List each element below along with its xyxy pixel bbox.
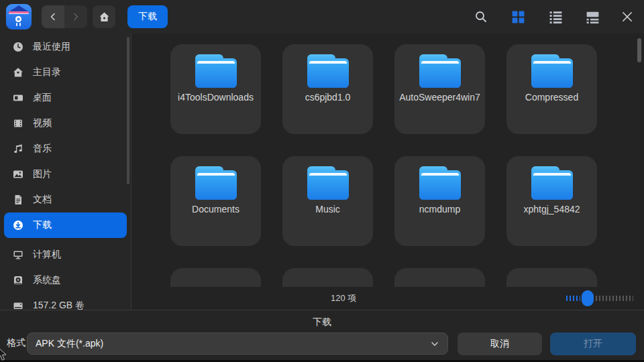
folder-icon (195, 54, 237, 88)
image-icon (13, 169, 23, 180)
close-button[interactable] (621, 10, 634, 23)
folder-tile[interactable]: xphtgj_54842 (506, 156, 597, 246)
file-grid-panel: i4ToolsDownloads cs6pjbd1.0 AutoSweeper4… (132, 34, 644, 287)
format-value: APK 文件(*.apk) (36, 338, 430, 350)
sidebar-item-label: 最近使用 (33, 41, 70, 53)
open-button[interactable]: 打开 (550, 333, 636, 355)
disk-icon (13, 275, 23, 286)
sidebar-item-pictures[interactable]: 图片 (4, 162, 127, 187)
sidebar-item-downloads[interactable]: 下载 (4, 213, 127, 238)
sidebar-item-desktop[interactable]: 桌面 (4, 85, 127, 111)
sidebar-item-recent[interactable]: 最近使用 (4, 34, 127, 60)
sidebar-item-label: 下载 (33, 219, 52, 231)
detail-view-button[interactable] (586, 10, 599, 23)
sidebar-item-computer[interactable]: 计算机 (4, 242, 127, 267)
status-bar: 120 项 (132, 287, 644, 310)
folder-tile[interactable]: i4ToolsDownloads (170, 44, 261, 134)
file-manager-app-icon (6, 4, 32, 29)
grid-view-button[interactable] (511, 10, 525, 23)
sidebar-item-home[interactable]: 主目录 (4, 60, 127, 85)
folder-tile[interactable]: Compressed (506, 44, 597, 134)
folder-icon (419, 166, 461, 200)
folder-icon (531, 166, 573, 200)
folder-tile-partial[interactable] (170, 268, 261, 287)
format-dropdown[interactable]: APK 文件(*.apk) (27, 333, 448, 355)
icon-size-slider[interactable] (566, 290, 633, 306)
sidebar-item-label: 计算机 (33, 249, 61, 261)
folder-tile-partial[interactable] (394, 268, 485, 287)
item-count: 120 项 (331, 292, 356, 304)
sidebar-item-label: 图片 (33, 168, 52, 180)
folder-name: Music (287, 204, 369, 216)
mouse-cursor (0, 347, 8, 361)
folder-icon (307, 166, 349, 200)
home-button[interactable] (93, 5, 115, 28)
folder-icon (307, 54, 349, 88)
folder-tile[interactable]: Documents (170, 156, 261, 246)
slider-ticks-inactive (596, 296, 633, 301)
slider-ticks-active (566, 296, 580, 301)
folder-icon (531, 54, 573, 88)
clock-icon (13, 42, 23, 52)
folder-name: xphtgj_54842 (511, 204, 593, 216)
back-icon (48, 12, 58, 21)
breadcrumb-current-folder[interactable]: 下载 (127, 5, 168, 28)
format-label: 格式 (7, 337, 25, 349)
folder-tile[interactable]: Music (282, 156, 373, 246)
folder-name: cs6pjbd1.0 (287, 92, 369, 104)
sidebar-item-label: 音乐 (33, 143, 52, 155)
navigation-group (42, 5, 87, 28)
list-view-button[interactable] (549, 10, 562, 23)
sidebar-item-label: 系统盘 (33, 274, 61, 286)
sidebar: 最近使用 主目录 桌面 视频 音乐 图片 (0, 34, 131, 310)
sidebar-item-label: 桌面 (33, 92, 52, 104)
volume-icon (13, 300, 23, 310)
forward-icon (71, 12, 80, 21)
file-grid-scrollbar[interactable] (637, 38, 641, 62)
folder-icon (419, 54, 461, 88)
desktop-icon (13, 93, 23, 103)
sidebar-item-documents[interactable]: 文档 (4, 187, 127, 213)
folder-name: ncmdump (399, 204, 481, 216)
sidebar-item-music[interactable]: 音乐 (4, 136, 127, 162)
close-icon (621, 11, 633, 23)
dialog-title: 下载 (0, 316, 644, 328)
sidebar-item-label: 157.2 GB 卷 (33, 300, 85, 310)
home-icon (13, 67, 23, 78)
document-icon (13, 194, 23, 205)
file-dialog-window: 下载 最近使用 主目录 (0, 0, 644, 362)
folder-tile[interactable]: cs6pjbd1.0 (282, 44, 373, 134)
folder-tile-partial[interactable] (506, 268, 597, 287)
cancel-button[interactable]: 取消 (458, 333, 542, 355)
folder-tile[interactable]: ncmdump (394, 156, 485, 246)
video-icon (13, 118, 23, 129)
folder-name: Documents (175, 204, 257, 216)
sidebar-item-videos[interactable]: 视频 (4, 111, 127, 136)
folder-name: AutoSweeper4win7 (399, 92, 481, 104)
folder-tile[interactable]: AutoSweeper4win7 (394, 44, 485, 134)
folder-tile-partial[interactable] (282, 268, 373, 287)
back-button[interactable] (42, 5, 64, 28)
dialog-footer: 下载 格式 APK 文件(*.apk) 取消 打开 (0, 310, 644, 360)
detail-view-icon (586, 11, 599, 23)
search-button[interactable] (474, 10, 488, 23)
sidebar-item-label: 文档 (33, 194, 52, 206)
sidebar-item-volume[interactable]: 157.2 GB 卷 (4, 293, 127, 310)
sidebar-item-system-disk[interactable]: 系统盘 (4, 267, 127, 293)
folder-icon (195, 166, 237, 200)
download-icon (13, 220, 23, 231)
forward-button[interactable] (64, 5, 87, 28)
search-icon (474, 10, 488, 23)
grid-view-icon (512, 11, 525, 23)
list-view-icon (549, 11, 562, 23)
sidebar-item-label: 主目录 (33, 66, 61, 78)
slider-thumb[interactable] (582, 290, 594, 306)
folder-name: Compressed (511, 92, 593, 104)
chevron-down-icon (430, 339, 439, 349)
sidebar-item-label: 视频 (33, 117, 52, 129)
music-icon (13, 143, 23, 154)
sidebar-scrollbar[interactable] (127, 37, 129, 184)
home-icon (99, 11, 110, 23)
title-bar: 下载 (0, 0, 644, 34)
folder-name: i4ToolsDownloads (175, 92, 257, 104)
